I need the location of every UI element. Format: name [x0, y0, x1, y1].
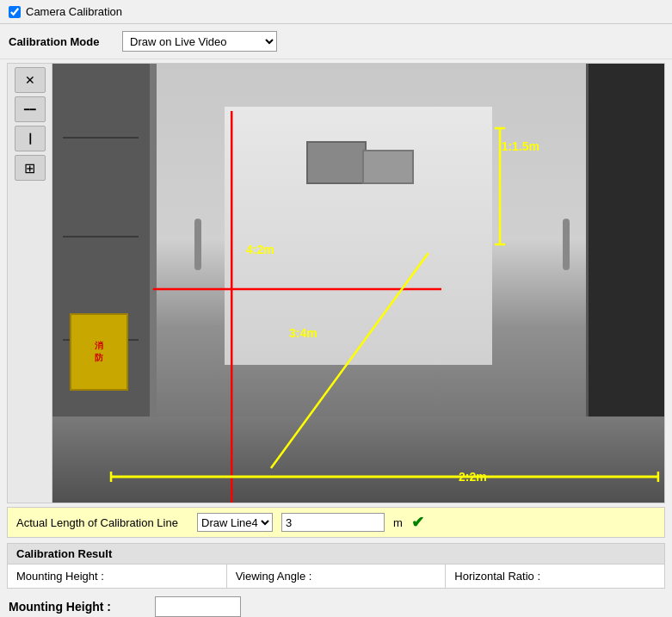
horizontal-ratio-field: Horizontal Ratio :: [446, 565, 664, 588]
camera-calibration-label: Camera Calibration: [26, 5, 122, 18]
grid-tool-btn[interactable]: ⊞: [15, 155, 46, 181]
mounting-height-label: Mounting Height :: [9, 600, 146, 614]
calibration-mode-row: Calibration Mode Draw on Live Video Manu…: [0, 24, 672, 59]
unit-label: m: [393, 516, 403, 529]
mounting-height-input[interactable]: [155, 596, 241, 617]
ruler-v-tool-btn[interactable]: ┃: [15, 126, 46, 151]
top-bar: Camera Calibration: [0, 0, 672, 24]
horizontal-ratio-label: Horizontal Ratio :: [454, 570, 540, 583]
mounting-height-field-label: Mounting Height :: [16, 570, 104, 583]
viewing-angle-field: Viewing Angle :: [227, 565, 447, 588]
camera-calibration-checkbox[interactable]: [9, 6, 21, 18]
video-container: 消 防: [52, 64, 664, 503]
main-area: ✕ ━━ ┃ ⊞ 消 防: [7, 63, 665, 503]
viewing-angle-label: Viewing Angle :: [236, 570, 312, 583]
length-input[interactable]: [281, 513, 385, 532]
confirm-icon: ✔: [411, 513, 424, 532]
ruler-h-tool-btn[interactable]: ━━: [15, 96, 46, 122]
calibration-result-fields: Mounting Height : Viewing Angle : Horizo…: [8, 565, 664, 588]
line1-label: 1:1.5m: [502, 139, 539, 153]
line4-label: 4:2m: [246, 243, 274, 256]
line2-label: 2:2m: [459, 470, 487, 484]
corridor-background: 消 防: [52, 64, 664, 503]
calibration-result: Calibration Result Mounting Height : Vie…: [7, 543, 665, 589]
calibration-mode-select[interactable]: Draw on Live Video Manual Input Auto Det…: [122, 31, 277, 52]
line3-label: 3:4m: [289, 326, 318, 340]
calibration-mode-label: Calibration Mode: [9, 35, 112, 48]
close-tool-btn[interactable]: ✕: [15, 67, 46, 93]
bottom-controls: Actual Length of Calibration Line Draw L…: [7, 507, 665, 538]
draw-line-select[interactable]: Draw Line1 Draw Line2 Draw Line3 Draw Li…: [197, 513, 273, 532]
mounting-height-section: Mounting Height :: [0, 589, 672, 617]
actual-length-label: Actual Length of Calibration Line: [16, 516, 188, 529]
mounting-height-field: Mounting Height :: [8, 565, 227, 588]
calibration-result-header: Calibration Result: [8, 544, 664, 565]
toolbar: ✕ ━━ ┃ ⊞: [8, 64, 52, 503]
